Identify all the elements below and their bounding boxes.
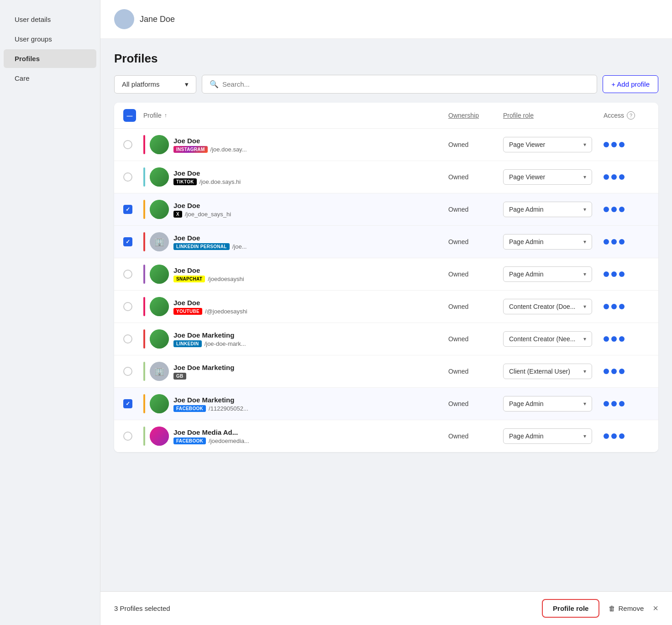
role-select-2[interactable]: Page Viewer ▾: [503, 169, 604, 185]
role-select-6[interactable]: Content Creator (Doe... ▾: [503, 299, 604, 314]
ownership-cell: Owned: [448, 335, 503, 343]
chevron-down-icon: ▾: [583, 336, 586, 342]
role-select-4[interactable]: Page Admin ▾: [503, 234, 604, 250]
access-dots: [604, 174, 649, 180]
row-checkbox-7[interactable]: [123, 334, 143, 344]
sidebar-item-user-details[interactable]: User details: [4, 10, 96, 29]
platform-dropdown[interactable]: All platforms ▾: [114, 75, 196, 94]
profile-info: Joe Doe SNAPCHAT /joedoesayshi: [173, 266, 244, 282]
remove-button[interactable]: 🗑 Remove: [609, 604, 644, 612]
sidebar: User details User groups Profiles Care: [0, 0, 100, 625]
chevron-down-icon: ▾: [583, 174, 586, 180]
role-select-5[interactable]: Page Admin ▾: [503, 266, 604, 282]
profile-avatar: [150, 265, 169, 284]
profile-cell-9: Joe Doe Marketing FACEBOOK /1122905052..…: [143, 394, 448, 413]
profile-info: Joe Doe TIKTOK /joe.doe.says.hi: [173, 169, 241, 185]
platform-strip: [143, 135, 145, 154]
role-select-9[interactable]: Page Admin ▾: [503, 396, 604, 411]
profile-info: Joe Doe INSTAGRAM /joe.doe.say...: [173, 137, 247, 153]
search-input[interactable]: [222, 80, 589, 88]
search-icon: 🔍: [210, 80, 219, 89]
sidebar-item-user-groups[interactable]: User groups: [4, 30, 96, 48]
profile-cell-10: Joe Doe Media Ad... FACEBOOK /joedoemedi…: [143, 427, 448, 446]
chevron-down-icon: ▾: [185, 80, 189, 89]
table-row: Joe Doe SNAPCHAT /joedoesayshi Owned Pag…: [114, 258, 658, 291]
access-dots: [604, 271, 649, 277]
platform-strip: [143, 167, 145, 187]
profile-info: Joe Doe YOUTUBE /@joedoesayshi: [173, 299, 247, 315]
platform-strip: [143, 394, 145, 413]
access-dots: [604, 433, 649, 439]
row-checkbox-10[interactable]: [123, 432, 143, 441]
th-access: Access ?: [604, 111, 649, 120]
sort-icon[interactable]: ↑: [164, 112, 167, 119]
platform-strip: [143, 200, 145, 219]
table-row: Joe Doe Marketing FACEBOOK /1122905052..…: [114, 388, 658, 420]
profile-avatar: 🏢: [150, 362, 169, 381]
access-dots: [604, 207, 649, 212]
role-select-1[interactable]: Page Viewer ▾: [503, 137, 604, 152]
chevron-down-icon: ▾: [583, 239, 586, 245]
add-profile-button[interactable]: + Add profile: [603, 75, 658, 93]
profile-cell-2: Joe Doe TIKTOK /joe.doe.says.hi: [143, 167, 448, 187]
role-select-3[interactable]: Page Admin ▾: [503, 202, 604, 217]
row-checkbox-3[interactable]: [123, 205, 143, 214]
ownership-cell: Owned: [448, 173, 503, 181]
access-dots: [604, 239, 649, 245]
table-row: Joe Doe INSTAGRAM /joe.doe.say... Owned …: [114, 129, 658, 161]
minus-checkbox[interactable]: [123, 109, 136, 122]
chevron-down-icon: ▾: [583, 271, 586, 277]
profile-cell-3: Joe Doe X /joe_doe_says_hi: [143, 200, 448, 219]
user-name: Jane Doe: [140, 15, 175, 24]
ownership-cell: Owned: [448, 368, 503, 375]
chevron-down-icon: ▾: [583, 401, 586, 407]
chevron-down-icon: ▾: [583, 141, 586, 148]
platform-strip: [143, 232, 145, 251]
profile-avatar: [150, 200, 169, 219]
platform-strip: [143, 362, 145, 381]
select-all-checkbox[interactable]: [123, 109, 143, 122]
profile-info: Joe Doe Media Ad... FACEBOOK /joedoemedi…: [173, 428, 249, 444]
sidebar-item-profiles[interactable]: Profiles: [4, 49, 96, 68]
row-checkbox-9[interactable]: [123, 399, 143, 408]
row-checkbox-1[interactable]: [123, 140, 143, 149]
chevron-down-icon: ▾: [583, 368, 586, 375]
profile-role-button[interactable]: Profile role: [542, 599, 599, 618]
row-checkbox-2[interactable]: [123, 172, 143, 182]
close-button[interactable]: ×: [653, 603, 658, 614]
role-select-7[interactable]: Content Creator (Nee... ▾: [503, 331, 604, 347]
bottom-bar: 3 Profiles selected Profile role 🗑 Remov…: [100, 591, 672, 625]
profile-avatar: [150, 167, 169, 187]
row-checkbox-6[interactable]: [123, 302, 143, 311]
sidebar-item-care[interactable]: Care: [4, 69, 96, 88]
role-select-8[interactable]: Client (External User) ▾: [503, 364, 604, 379]
table-header-row: Profile ↑ Ownership Profile role Access …: [114, 103, 658, 129]
platform-strip: [143, 265, 145, 284]
profile-avatar: [150, 297, 169, 316]
table-row: Joe Doe TIKTOK /joe.doe.says.hi Owned Pa…: [114, 161, 658, 193]
th-ownership: Ownership: [448, 111, 503, 120]
chevron-down-icon: ▾: [583, 303, 586, 310]
ownership-cell: Owned: [448, 206, 503, 213]
platform-strip: [143, 297, 145, 316]
th-profile-role: Profile role: [503, 111, 604, 120]
table-row: Joe Doe Marketing LINKEDIN /joe-doe-mark…: [114, 323, 658, 355]
profile-info: Joe Doe Marketing GB: [173, 364, 234, 380]
access-dots: [604, 142, 649, 147]
help-icon[interactable]: ?: [627, 111, 635, 120]
ownership-cell: Owned: [448, 238, 503, 245]
profile-avatar: [150, 427, 169, 446]
row-checkbox-8[interactable]: [123, 367, 143, 376]
main-content: Jane Doe Profiles All platforms ▾ 🔍 + Ad…: [100, 0, 672, 625]
row-checkbox-5[interactable]: [123, 270, 143, 279]
chevron-down-icon: ▾: [583, 433, 586, 439]
profile-info: Joe Doe Marketing FACEBOOK /1122905052..…: [173, 396, 248, 412]
row-checkbox-4[interactable]: [123, 237, 143, 246]
ownership-cell: Owned: [448, 141, 503, 148]
role-select-10[interactable]: Page Admin ▾: [503, 428, 604, 444]
profile-avatar: [150, 135, 169, 154]
content-area: Profiles All platforms ▾ 🔍 + Add profile: [100, 39, 672, 625]
ownership-cell: Owned: [448, 432, 503, 440]
th-profile: Profile ↑: [143, 112, 448, 119]
table-row: 🏢 Joe Doe Marketing GB Owned Client (Ext…: [114, 355, 658, 388]
